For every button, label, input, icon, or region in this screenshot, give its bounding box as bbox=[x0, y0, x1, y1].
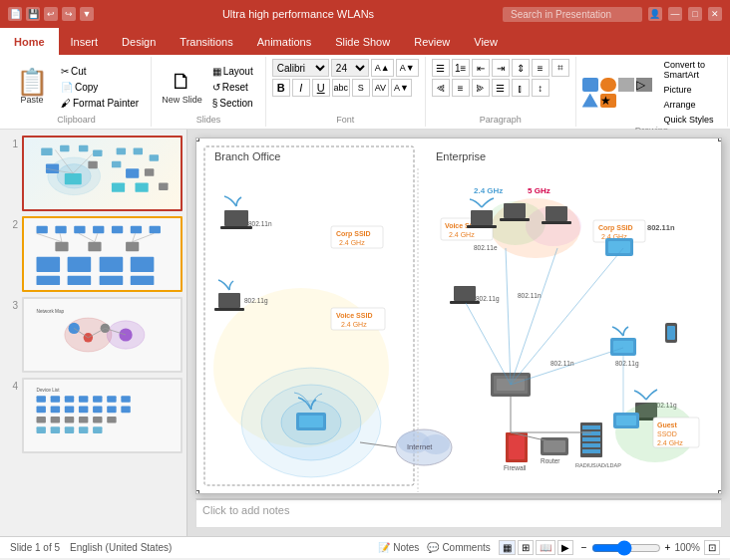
indent-decrease-button[interactable]: ⇤ bbox=[472, 59, 490, 77]
text-direction-button[interactable]: ⇕ bbox=[512, 59, 530, 77]
svg-text:2.4 GHz: 2.4 GHz bbox=[657, 439, 683, 446]
slide-num-2: 2 bbox=[4, 219, 18, 230]
slide-options: ▦ Layout ↺ Reset § Section bbox=[208, 65, 257, 110]
text-align-button[interactable]: ≡ bbox=[532, 59, 549, 77]
shadow-button[interactable]: S bbox=[352, 79, 370, 97]
layout-icon: ▦ bbox=[212, 66, 221, 77]
layout-button[interactable]: ▦ Layout bbox=[208, 65, 257, 78]
slide-thumb-2[interactable]: 2 bbox=[4, 216, 182, 292]
justify-button[interactable]: ☰ bbox=[492, 79, 510, 97]
svg-rect-44 bbox=[131, 276, 155, 285]
handle-tl[interactable] bbox=[195, 138, 199, 141]
tab-home[interactable]: Home bbox=[0, 28, 59, 55]
maximize-icon[interactable]: □ bbox=[688, 7, 702, 21]
layout-label: Layout bbox=[223, 66, 253, 77]
tab-view[interactable]: View bbox=[462, 28, 510, 55]
shape-line[interactable] bbox=[618, 78, 634, 92]
handle-bl[interactable] bbox=[195, 490, 199, 494]
strikethrough-button[interactable]: abc bbox=[332, 79, 350, 97]
comments-icon: 💬 bbox=[427, 542, 439, 553]
window-controls-left[interactable]: 📄 💾 ↩ ↪ ▼ bbox=[8, 7, 94, 21]
line-spacing-button[interactable]: ↕ bbox=[532, 79, 549, 97]
new-slide-button[interactable]: 🗋 New Slide bbox=[160, 67, 204, 107]
slide-thumb-1[interactable]: 1 bbox=[4, 136, 182, 211]
slide-preview-4: Device List bbox=[22, 378, 182, 453]
view-reading-button[interactable]: 📖 bbox=[536, 540, 555, 555]
quick-styles-label: Quick Styles bbox=[664, 115, 714, 125]
svg-rect-121 bbox=[467, 225, 497, 228]
comments-button[interactable]: 💬 Comments bbox=[427, 542, 490, 553]
format-painter-button[interactable]: 🖌 Format Painter bbox=[57, 97, 143, 110]
zoom-out-button[interactable]: − bbox=[581, 542, 587, 553]
list-bullet-button[interactable]: ☰ bbox=[432, 59, 450, 77]
align-right-button[interactable]: ⫸ bbox=[472, 79, 490, 97]
slide-thumb-4[interactable]: 4 Device List bbox=[4, 378, 182, 453]
char-spacing-button[interactable]: AV bbox=[372, 79, 389, 97]
tab-slideshow[interactable]: Slide Show bbox=[323, 28, 402, 55]
search-input[interactable] bbox=[503, 7, 642, 22]
font-decrease-button[interactable]: A▼ bbox=[396, 59, 419, 77]
smartart-convert-button[interactable]: ⌗ bbox=[551, 59, 569, 77]
svg-rect-76 bbox=[37, 426, 46, 433]
slide-preview-2 bbox=[22, 216, 182, 292]
slide-panel[interactable]: 1 bbox=[0, 130, 187, 536]
minimize-icon[interactable]: — bbox=[668, 7, 682, 21]
svg-line-34 bbox=[95, 233, 98, 241]
font-color-button[interactable]: A▼ bbox=[391, 79, 412, 97]
save-icon[interactable]: 💾 bbox=[26, 7, 40, 21]
slide-canvas[interactable]: Branch Office Enterprise bbox=[195, 138, 722, 494]
undo-icon[interactable]: ↩ bbox=[44, 7, 58, 21]
copy-button[interactable]: 📄 Copy bbox=[57, 81, 143, 94]
slide-thumb-3[interactable]: 3 Network Map bbox=[4, 297, 182, 373]
indent-increase-button[interactable]: ⇥ bbox=[492, 59, 510, 77]
section-button[interactable]: § Section bbox=[208, 97, 257, 110]
view-normal-button[interactable]: ▦ bbox=[499, 540, 516, 555]
tab-design[interactable]: Design bbox=[110, 28, 168, 55]
paste-button[interactable]: 📋 Paste bbox=[10, 67, 54, 107]
align-left-button[interactable]: ⫷ bbox=[432, 79, 450, 97]
bold-button[interactable]: B bbox=[272, 79, 290, 97]
redo-icon[interactable]: ↪ bbox=[62, 7, 76, 21]
shape-star[interactable]: ★ bbox=[600, 94, 616, 108]
svg-rect-77 bbox=[51, 426, 60, 433]
svg-rect-144 bbox=[582, 437, 600, 441]
shape-arrow[interactable]: ▷ bbox=[636, 78, 652, 92]
quick-styles-button[interactable]: Quick Styles bbox=[661, 114, 721, 126]
cut-button[interactable]: ✂ Cut bbox=[57, 65, 143, 78]
underline-button[interactable]: U bbox=[312, 79, 330, 97]
convert-smartart-button[interactable]: Convert to SmartArt bbox=[661, 59, 721, 81]
tab-animations[interactable]: Animations bbox=[245, 28, 323, 55]
user-icon[interactable]: 👤 bbox=[648, 7, 662, 21]
zoom-in-button[interactable]: + bbox=[665, 542, 671, 553]
col-button[interactable]: ⫿ bbox=[512, 79, 530, 97]
fit-window-button[interactable]: ⊡ bbox=[704, 540, 720, 555]
handle-tr[interactable] bbox=[718, 138, 722, 141]
shape-triangle[interactable] bbox=[582, 94, 598, 108]
picture-button[interactable]: Picture bbox=[661, 84, 721, 96]
align-center-button[interactable]: ≡ bbox=[452, 79, 470, 97]
notes-area[interactable]: Click to add notes bbox=[195, 498, 722, 528]
tab-transitions[interactable]: Transitions bbox=[168, 28, 244, 55]
main-layout: 1 bbox=[0, 130, 730, 536]
file-icon[interactable]: 📄 bbox=[8, 7, 22, 21]
tab-insert[interactable]: Insert bbox=[59, 28, 111, 55]
notes-button[interactable]: 📝 Notes bbox=[378, 542, 419, 553]
font-size-select[interactable]: 24 bbox=[331, 59, 369, 77]
italic-button[interactable]: I bbox=[292, 79, 310, 97]
list-number-button[interactable]: 1≡ bbox=[452, 59, 470, 77]
main-diagram-svg: Branch Office Enterprise bbox=[196, 139, 722, 494]
tab-review[interactable]: Review bbox=[402, 28, 462, 55]
close-icon[interactable]: ✕ bbox=[708, 7, 722, 21]
arrange-button[interactable]: Arrange bbox=[661, 99, 721, 111]
view-slideshow-button[interactable]: ▶ bbox=[557, 540, 573, 555]
shape-oval[interactable] bbox=[600, 78, 616, 92]
quick-access-icon[interactable]: ▼ bbox=[80, 7, 94, 21]
view-slide-sorter-button[interactable]: ⊞ bbox=[518, 540, 534, 555]
handle-br[interactable] bbox=[718, 490, 722, 494]
zoom-slider[interactable] bbox=[591, 540, 661, 556]
font-name-select[interactable]: Calibri bbox=[272, 59, 329, 77]
shape-rect[interactable] bbox=[582, 78, 598, 92]
font-increase-button[interactable]: A▲ bbox=[371, 59, 394, 77]
reset-button[interactable]: ↺ Reset bbox=[208, 81, 257, 94]
para-row1: ☰ 1≡ ⇤ ⇥ ⇕ ≡ ⌗ bbox=[432, 59, 569, 77]
